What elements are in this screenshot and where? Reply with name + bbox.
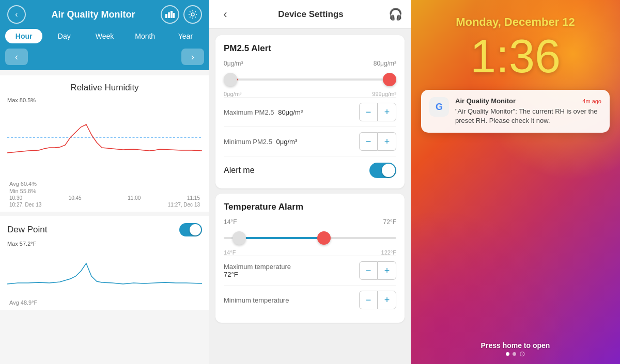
temp-max-label: Maximum temperature 72°F (224, 263, 291, 278)
humidity-svg (7, 106, 202, 179)
humidity-section: Relative Humidity Max 80.5% Avg 60.4% Mi… (0, 75, 209, 212)
humidity-min: Min 55.8% (7, 188, 202, 194)
temp-max-decrease-button[interactable]: − (359, 261, 378, 280)
aqm-tabs: Hour Day Week Month Year (0, 29, 209, 49)
svg-rect-0 (165, 14, 167, 18)
humidity-stats: Max 80.5% (7, 97, 202, 103)
dew-svg (7, 248, 202, 299)
headset-icon: 🎧 (389, 8, 402, 21)
pm25-end-labels: 0μg/m³ 999μg/m³ (224, 91, 396, 97)
tab-year[interactable]: Year (167, 29, 204, 43)
temp-range-min: 14°F (224, 218, 237, 226)
temp-thumb-left[interactable] (233, 231, 246, 245)
temp-slider[interactable] (224, 229, 396, 247)
back-button[interactable]: ‹ (7, 5, 26, 24)
pm25-min-stepper: − + (359, 132, 396, 151)
tab-month[interactable]: Month (127, 29, 164, 43)
temp-title: Temperature Alarm (224, 202, 396, 212)
pm25-slider[interactable] (224, 70, 396, 89)
temp-end-labels: 14°F 122°F (224, 249, 396, 256)
lock-dots: ⊙ (506, 350, 525, 358)
temp-max-increase-button[interactable]: + (378, 261, 396, 280)
aqm-nav: ‹ › (0, 49, 209, 70)
temp-slider-min: 14°F (224, 249, 236, 256)
lock-screen-panel: Monday, December 12 1:36 G Air Quality M… (411, 0, 620, 364)
pm25-thumb-left[interactable] (224, 73, 237, 86)
settings-back-button[interactable]: ‹ (218, 8, 233, 21)
svg-rect-1 (168, 12, 170, 18)
settings-panel: ‹ Device Settings 🎧 PM2.5 Alert 0μg/m³ 8… (209, 0, 411, 364)
chart-icon-button[interactable] (161, 5, 179, 24)
dot-2 (513, 352, 516, 356)
dew-point-section: Dew Point Max 57.2°F Avg 48.9°F (0, 216, 209, 310)
temp-min-increase-button[interactable]: + (378, 291, 396, 309)
svg-rect-2 (171, 11, 173, 18)
alert-me-label: Alert me (224, 166, 255, 175)
temp-min-row: Minimum temperature − + (224, 285, 396, 314)
aqm-header: ‹ Air Quality Monitor (0, 0, 209, 29)
pm25-max-row: Maximum PM2.5 80μg/m³ − + (224, 97, 396, 126)
temp-max-row: Maximum temperature 72°F − + (224, 256, 396, 285)
humidity-avg: Avg 60.4% (7, 181, 202, 187)
temp-min-decrease-button[interactable]: − (359, 291, 378, 309)
pm25-range-labels: 0μg/m³ 80μg/m³ (224, 60, 396, 67)
chart-times: 10:30 10:45 11:00 11:15 (7, 195, 202, 201)
dot-1 (506, 352, 509, 356)
camera-icon: ⊙ (519, 350, 525, 358)
bar-chart-icon (165, 11, 175, 18)
temp-track (224, 237, 396, 239)
settings-header: ‹ Device Settings 🎧 (209, 0, 411, 29)
svg-point-4 (191, 13, 194, 16)
time-4: 11:15 (187, 195, 200, 201)
lock-date: Monday, December 12 (456, 15, 575, 29)
dew-title: Dew Point (7, 225, 47, 235)
temp-card: Temperature Alarm 14°F 72°F 14°F 122°F M… (215, 194, 405, 323)
pm25-max-increase-button[interactable]: + (378, 103, 396, 121)
lock-time: 1:36 (470, 33, 561, 80)
pm25-min-decrease-button[interactable]: − (359, 132, 378, 151)
notif-time-ago: 4m ago (582, 98, 601, 104)
pm25-min-increase-button[interactable]: + (378, 132, 396, 151)
lock-content: Monday, December 12 1:36 G Air Quality M… (411, 0, 620, 364)
dew-header: Dew Point (7, 223, 202, 236)
notif-message: "Air Quality Monitor": The current RH is… (455, 107, 601, 125)
date-start: 10:27, Dec 13 (9, 202, 41, 208)
notif-app-name: Air Quality Monitor (455, 97, 516, 105)
temp-range-max: 72°F (383, 218, 396, 226)
pm25-max-label: Maximum PM2.5 80μg/m³ (224, 108, 303, 116)
settings-icon-button[interactable] (183, 5, 202, 24)
notification-card[interactable]: G Air Quality Monitor 4m ago "Air Qualit… (421, 90, 610, 133)
pm25-thumb-right[interactable] (383, 73, 396, 86)
notif-app-icon: G (429, 97, 449, 117)
tab-week[interactable]: Week (86, 29, 123, 43)
temp-min-label: Minimum temperature (224, 296, 289, 304)
pm25-card: PM2.5 Alert 0μg/m³ 80μg/m³ 0μg/m³ 999μg/… (215, 35, 405, 188)
pm25-slider-max: 999μg/m³ (372, 91, 396, 97)
temp-fill (233, 237, 324, 239)
tab-day[interactable]: Day (45, 29, 83, 43)
pm25-min-label: Minimum PM2.5 0μg/m³ (224, 138, 297, 146)
alert-me-toggle[interactable] (369, 163, 396, 178)
svg-rect-3 (173, 13, 175, 18)
pm25-range-max: 80μg/m³ (374, 60, 396, 67)
aqm-title: Air Quality Monitor (52, 9, 135, 20)
next-arrow-button[interactable]: › (181, 49, 204, 65)
dew-point-toggle[interactable] (179, 223, 202, 236)
pm25-slider-min: 0μg/m³ (224, 91, 241, 97)
tab-hour[interactable]: Hour (5, 29, 42, 43)
dew-max: Max 57.2°F (7, 241, 202, 247)
humidity-chart (7, 106, 202, 179)
notif-body: Air Quality Monitor 4m ago "Air Quality … (455, 97, 601, 125)
press-home-label[interactable]: Press home to open (411, 341, 620, 350)
temp-min-stepper: − + (359, 291, 396, 309)
chart-dates: 10:27, Dec 13 11:27, Dec 13 (7, 202, 202, 208)
dew-stats: Max 57.2°F (7, 241, 202, 247)
pm25-max-decrease-button[interactable]: − (359, 103, 378, 121)
pm25-range-min: 0μg/m³ (224, 60, 243, 67)
pm25-title: PM2.5 Alert (224, 43, 396, 54)
prev-arrow-button[interactable]: ‹ (5, 49, 28, 65)
humidity-max: Max 80.5% (7, 97, 202, 103)
temp-max-stepper: − + (359, 261, 396, 280)
temp-thumb-right[interactable] (317, 231, 331, 245)
aqm-content: Relative Humidity Max 80.5% Avg 60.4% Mi… (0, 70, 209, 364)
